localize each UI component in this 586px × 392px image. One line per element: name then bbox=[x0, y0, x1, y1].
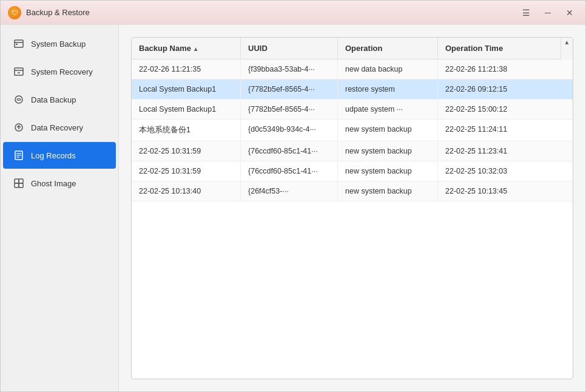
sidebar-item-data-backup[interactable]: Data Backup bbox=[3, 86, 116, 113]
col-backup-name[interactable]: Backup Name bbox=[132, 38, 241, 59]
window-controls: ☰ ─ ✕ bbox=[517, 6, 578, 19]
titlebar: 🛡 Backup & Restore ☰ ─ ✕ bbox=[1, 1, 585, 25]
svg-rect-12 bbox=[15, 179, 19, 183]
log-table: Backup Name UUID Operation Operation Tim… bbox=[131, 37, 573, 379]
system-recovery-icon bbox=[13, 66, 25, 78]
col-operation-time[interactable]: Operation Time bbox=[438, 38, 548, 59]
cell-operation-time: 22-02-25 10:32:03 bbox=[438, 161, 573, 181]
svg-rect-13 bbox=[19, 179, 23, 183]
cell-operation-time: 22-02-25 11:24:11 bbox=[438, 120, 573, 141]
cell-uuid: {26f4cf53-··· bbox=[241, 181, 338, 201]
table-row[interactable]: 22-02-26 11:21:35 {f39bbaa3-53ab-4··· ne… bbox=[132, 59, 573, 79]
main-window: 🛡 Backup & Restore ☰ ─ ✕ bbox=[0, 0, 586, 392]
sidebar-item-data-recovery[interactable]: Data Recovery bbox=[3, 114, 116, 141]
cell-backup-name: 22-02-25 10:31:59 bbox=[132, 141, 241, 161]
cell-operation-time: 22-02-25 15:00:12 bbox=[438, 100, 573, 119]
data-recovery-icon bbox=[13, 121, 25, 133]
cell-operation: new system backup bbox=[338, 120, 438, 141]
table-row[interactable]: 22-02-25 10:13:40 {26f4cf53-··· new syst… bbox=[132, 181, 573, 201]
svg-rect-2 bbox=[16, 44, 18, 45]
cell-uuid: {d0c5349b-934c-4··· bbox=[241, 120, 338, 141]
col-operation[interactable]: Operation bbox=[338, 38, 438, 59]
system-backup-icon bbox=[13, 38, 25, 50]
col-uuid[interactable]: UUID bbox=[241, 38, 338, 59]
svg-point-5 bbox=[15, 96, 22, 103]
sidebar-item-log-records[interactable]: Log Records bbox=[3, 142, 116, 169]
menu-button[interactable]: ☰ bbox=[517, 6, 534, 19]
cell-backup-name: 22-02-25 10:13:40 bbox=[132, 181, 241, 201]
app-icon: 🛡 bbox=[8, 6, 21, 19]
cell-uuid: {76ccdf60-85c1-41··· bbox=[241, 161, 338, 181]
log-records-icon bbox=[13, 149, 25, 161]
cell-uuid: {76ccdf60-85c1-41··· bbox=[241, 141, 338, 161]
minimize-icon: ─ bbox=[545, 8, 551, 18]
cell-operation: new data backup bbox=[338, 59, 438, 79]
sidebar-label-data-recovery: Data Recovery bbox=[31, 123, 83, 132]
cell-operation: new system backup bbox=[338, 141, 438, 161]
cell-operation-time: 22-02-26 09:12:15 bbox=[438, 79, 573, 99]
table-row[interactable]: Local System Backup1 {7782b5ef-8565-4···… bbox=[132, 100, 573, 120]
table-row[interactable]: Local System Backup1 {7782b5ef-8565-4···… bbox=[132, 79, 573, 100]
table-row[interactable]: 本地系统备份1 {d0c5349b-934c-4··· new system b… bbox=[132, 120, 573, 141]
cell-backup-name: 22-02-26 11:21:35 bbox=[132, 59, 241, 79]
sidebar-label-system-backup: System Backup bbox=[31, 39, 86, 49]
sidebar-label-system-recovery: System Recovery bbox=[31, 67, 93, 76]
cell-backup-name: 22-02-25 10:31:59 bbox=[132, 161, 241, 181]
cell-backup-name: Local System Backup1 bbox=[132, 100, 241, 119]
sidebar-item-ghost-image[interactable]: Ghost Image bbox=[3, 170, 116, 197]
cell-uuid: {f39bbaa3-53ab-4··· bbox=[241, 59, 338, 79]
sidebar-label-log-records: Log Records bbox=[31, 151, 76, 160]
close-icon: ✕ bbox=[566, 8, 573, 18]
cell-operation-time: 22-02-25 11:23:41 bbox=[438, 141, 573, 161]
scrollbar-header: ▲ bbox=[561, 38, 573, 59]
cell-backup-name: Local System Backup1 bbox=[132, 79, 241, 99]
svg-rect-0 bbox=[15, 40, 23, 47]
svg-point-6 bbox=[17, 99, 21, 101]
cell-operation-time: 22-02-26 11:21:38 bbox=[438, 59, 573, 79]
table-header: Backup Name UUID Operation Operation Tim… bbox=[132, 38, 561, 59]
menu-icon: ☰ bbox=[522, 8, 530, 18]
cell-operation: restore system bbox=[338, 79, 438, 99]
cell-operation: new system backup bbox=[338, 161, 438, 181]
cell-uuid: {7782b5ef-8565-4··· bbox=[241, 79, 338, 99]
svg-rect-14 bbox=[15, 183, 19, 188]
main-content: System Backup System Recovery bbox=[1, 25, 585, 391]
data-backup-icon bbox=[13, 93, 25, 106]
content-area: Backup Name UUID Operation Operation Tim… bbox=[119, 25, 585, 391]
cell-operation: new system backup bbox=[338, 181, 438, 201]
cell-backup-name: 本地系统备份1 bbox=[132, 120, 241, 141]
sidebar-label-ghost-image: Ghost Image bbox=[31, 179, 76, 188]
ghost-image-icon bbox=[13, 177, 25, 189]
table-header-row: Backup Name UUID Operation Operation Tim… bbox=[132, 38, 573, 59]
cell-operation-time: 22-02-25 10:13:45 bbox=[438, 181, 573, 201]
table-row[interactable]: 22-02-25 10:31:59 {76ccdf60-85c1-41··· n… bbox=[132, 161, 573, 181]
sidebar: System Backup System Recovery bbox=[1, 25, 119, 391]
cell-operation: udpate system ··· bbox=[338, 100, 438, 119]
cell-uuid: {7782b5ef-8565-4··· bbox=[241, 100, 338, 119]
scroll-up-icon[interactable]: ▲ bbox=[564, 39, 570, 46]
sidebar-label-data-backup: Data Backup bbox=[31, 95, 76, 104]
svg-rect-3 bbox=[15, 68, 23, 75]
svg-rect-15 bbox=[19, 183, 23, 188]
app-title: Backup & Restore bbox=[26, 8, 90, 17]
sidebar-item-system-recovery[interactable]: System Recovery bbox=[3, 58, 116, 85]
close-button[interactable]: ✕ bbox=[561, 6, 578, 19]
minimize-button[interactable]: ─ bbox=[539, 6, 556, 19]
table-row[interactable]: 22-02-25 10:31:59 {76ccdf60-85c1-41··· n… bbox=[132, 141, 573, 161]
table-body: 22-02-26 11:21:35 {f39bbaa3-53ab-4··· ne… bbox=[132, 59, 573, 379]
sidebar-item-system-backup[interactable]: System Backup bbox=[3, 30, 116, 57]
